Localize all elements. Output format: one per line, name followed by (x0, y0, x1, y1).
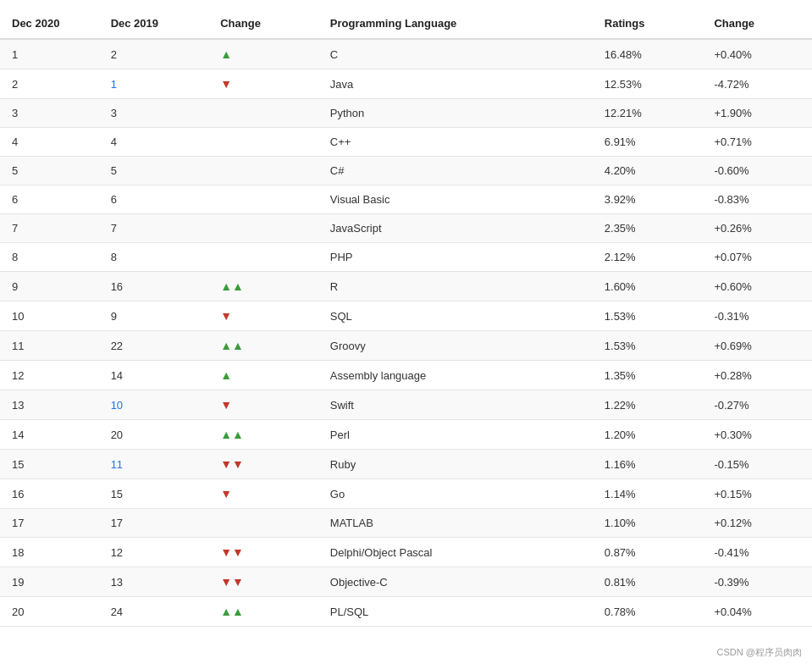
cell-language: C (318, 39, 593, 69)
cell-language: C# (318, 157, 593, 185)
table-header-row: Dec 2020 Dec 2019 Change Programming Lan… (0, 8, 812, 39)
cell-dec2020: 13 (0, 390, 99, 420)
cell-dec2019: 8 (99, 243, 209, 272)
cell-change-arrow: ▼▼ (208, 538, 318, 567)
arrow-down-single-icon: ▼ (220, 77, 232, 91)
cell-language: PL/SQL (318, 597, 593, 627)
cell-dec2020: 16 (0, 479, 99, 509)
cell-change-arrow (208, 185, 318, 214)
cell-dec2019: 20 (99, 420, 209, 450)
table-row: 1812▼▼Delphi/Object Pascal0.87%-0.41% (0, 538, 812, 567)
cell-change-arrow: ▼ (208, 479, 318, 509)
cell-dec2020: 19 (0, 567, 99, 597)
cell-language: Perl (318, 420, 593, 450)
cell-change-pct: -0.27% (702, 390, 812, 420)
table-row: 77JavaScript2.35%+0.26% (0, 214, 812, 243)
header-change2: Change (702, 8, 812, 39)
cell-change-arrow (208, 99, 318, 128)
cell-change-pct: +0.40% (702, 39, 812, 69)
table-row: 1310▼Swift1.22%-0.27% (0, 390, 812, 420)
table-row: 12▲C16.48%+0.40% (0, 39, 812, 69)
cell-change-arrow: ▼▼ (208, 450, 318, 479)
cell-change-arrow (208, 214, 318, 243)
cell-ratings: 1.22% (593, 390, 703, 420)
header-change: Change (208, 8, 318, 39)
cell-dec2019: 1 (99, 69, 209, 99)
cell-language: PHP (318, 243, 593, 272)
cell-change-pct: -0.41% (702, 538, 812, 567)
cell-dec2019: 13 (99, 567, 209, 597)
cell-ratings: 12.53% (593, 69, 703, 99)
cell-dec2020: 3 (0, 99, 99, 128)
cell-dec2019: 5 (99, 157, 209, 185)
cell-change-pct: -0.31% (702, 301, 812, 331)
cell-dec2020: 7 (0, 214, 99, 243)
arrow-down-double-icon: ▼▼ (220, 575, 244, 589)
cell-change-arrow: ▼▼ (208, 567, 318, 597)
cell-dec2019: 6 (99, 185, 209, 214)
cell-dec2020: 15 (0, 450, 99, 479)
table-row: 88PHP2.12%+0.07% (0, 243, 812, 272)
cell-ratings: 3.92% (593, 185, 703, 214)
cell-language: MATLAB (318, 509, 593, 538)
cell-dec2019: 15 (99, 479, 209, 509)
table-body: 12▲C16.48%+0.40%21▼Java12.53%-4.72%33Pyt… (0, 39, 812, 627)
cell-ratings: 2.12% (593, 243, 703, 272)
arrow-down-double-icon: ▼▼ (220, 457, 244, 471)
cell-change-pct: +1.90% (702, 99, 812, 128)
cell-change-pct: +0.26% (702, 214, 812, 243)
cell-dec2019: 12 (99, 538, 209, 567)
cell-ratings: 4.20% (593, 157, 703, 185)
table-row: 33Python12.21%+1.90% (0, 99, 812, 128)
cell-dec2020: 6 (0, 185, 99, 214)
cell-change-pct: +0.69% (702, 331, 812, 361)
cell-dec2020: 8 (0, 243, 99, 272)
cell-change-arrow: ▼ (208, 390, 318, 420)
cell-dec2019: 2 (99, 39, 209, 69)
header-ratings: Ratings (593, 8, 703, 39)
cell-change-pct: +0.12% (702, 509, 812, 538)
cell-ratings: 0.87% (593, 538, 703, 567)
cell-dec2020: 5 (0, 157, 99, 185)
cell-change-pct: +0.07% (702, 243, 812, 272)
table-row: 1913▼▼Objective-C0.81%-0.39% (0, 567, 812, 597)
table-row: 1122▲▲Groovy1.53%+0.69% (0, 331, 812, 361)
cell-dec2020: 11 (0, 331, 99, 361)
cell-change-arrow: ▼ (208, 69, 318, 99)
table-row: 916▲▲R1.60%+0.60% (0, 272, 812, 301)
cell-dec2020: 9 (0, 272, 99, 301)
cell-change-pct: -4.72% (702, 69, 812, 99)
cell-dec2019: 9 (99, 301, 209, 331)
cell-change-arrow (208, 509, 318, 538)
table-row: 66Visual Basic3.92%-0.83% (0, 185, 812, 214)
cell-dec2019: 14 (99, 361, 209, 390)
cell-dec2020: 10 (0, 301, 99, 331)
table-row: 1717MATLAB1.10%+0.12% (0, 509, 812, 538)
arrow-up-double-icon: ▲▲ (220, 605, 244, 618)
cell-change-pct: -0.39% (702, 567, 812, 597)
cell-dec2019: 16 (99, 272, 209, 301)
table-row: 2024▲▲PL/SQL0.78%+0.04% (0, 597, 812, 627)
cell-ratings: 6.91% (593, 128, 703, 157)
cell-ratings: 1.14% (593, 479, 703, 509)
table-row: 44C++6.91%+0.71% (0, 128, 812, 157)
cell-language: JavaScript (318, 214, 593, 243)
cell-dec2019: 10 (99, 390, 209, 420)
cell-change-pct: -0.15% (702, 450, 812, 479)
header-dec2020: Dec 2020 (0, 8, 99, 39)
table-row: 1214▲Assembly language1.35%+0.28% (0, 361, 812, 390)
cell-change-arrow: ▼ (208, 301, 318, 331)
cell-dec2020: 1 (0, 39, 99, 69)
table-row: 1511▼▼Ruby1.16%-0.15% (0, 450, 812, 479)
cell-ratings: 1.53% (593, 301, 703, 331)
cell-dec2020: 20 (0, 597, 99, 627)
cell-dec2019: 22 (99, 331, 209, 361)
arrow-up-double-icon: ▲▲ (220, 279, 244, 293)
cell-dec2019: 3 (99, 99, 209, 128)
cell-change-arrow (208, 128, 318, 157)
table-row: 55C#4.20%-0.60% (0, 157, 812, 185)
arrow-up-double-icon: ▲▲ (220, 428, 244, 441)
cell-change-arrow (208, 243, 318, 272)
cell-change-pct: +0.15% (702, 479, 812, 509)
arrow-down-single-icon: ▼ (220, 309, 232, 323)
